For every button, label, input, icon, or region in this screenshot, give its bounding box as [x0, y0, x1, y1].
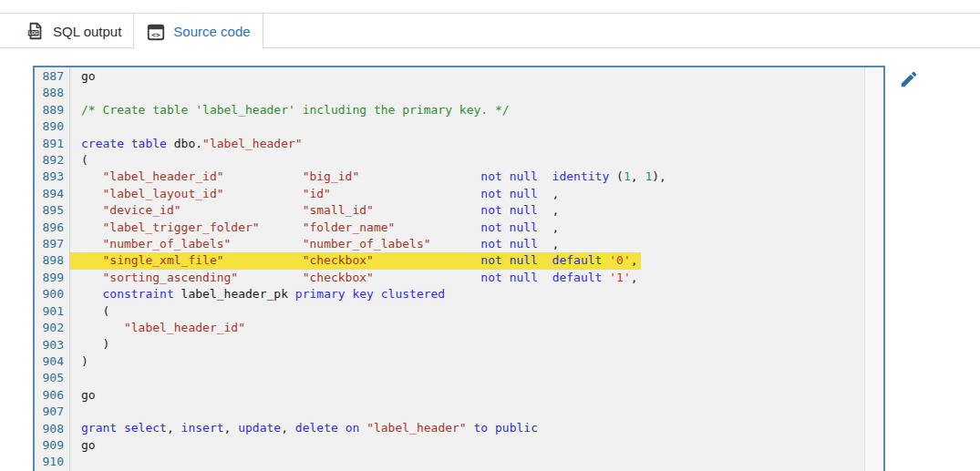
source-code-panel: 8878888898908918928938948958968978988999… [33, 66, 885, 471]
line-number: 903 [35, 337, 69, 353]
code-line [81, 118, 864, 135]
tab-source-code[interactable]: <> Source code [133, 14, 263, 49]
tab-bar: LOG SQL output <> Source code [0, 14, 980, 48]
tab-label-sql-output: SQL output [53, 24, 121, 39]
line-number: 889 [35, 102, 69, 118]
line-number: 898 [35, 252, 69, 269]
line-number: 890 [35, 118, 69, 135]
code-line: go [81, 437, 864, 454]
code-line [81, 370, 864, 386]
line-number: 897 [35, 236, 69, 252]
log-file-icon: LOG [26, 21, 46, 41]
code-line: create table dbo."label_header" [81, 136, 864, 152]
line-number: 896 [35, 220, 69, 236]
line-number: 899 [35, 270, 69, 286]
code-line: "single_xml_file" "checkbox" not null de… [81, 252, 864, 269]
line-number: 909 [35, 437, 69, 454]
code-line: "label_trigger_folder" "folder_name" not… [81, 220, 864, 236]
line-number: 893 [35, 169, 69, 185]
code-window-icon: <> [146, 22, 166, 42]
code-line: ) [81, 336, 864, 353]
tab-label-source-code: Source code [173, 24, 250, 39]
line-number: 888 [35, 85, 69, 101]
code-line: "device_id" "small_id" not null , [81, 202, 864, 219]
line-number: 887 [35, 68, 69, 85]
pencil-icon [899, 69, 919, 89]
line-number: 900 [35, 286, 69, 302]
code-content[interactable]: go/* Create table 'label_header' includi… [70, 67, 864, 471]
line-number: 895 [35, 202, 69, 219]
code-line: /* Create table 'label_header' including… [81, 102, 864, 118]
code-line: ( [81, 303, 864, 320]
line-number-gutter: 8878888898908918928938948958968978988999… [35, 67, 70, 471]
log-badge-text: LOG [29, 31, 39, 36]
code-glyph-text: <> [152, 30, 161, 38]
code-line: "label_header_id" [81, 320, 864, 336]
scrollbar-track[interactable] [864, 67, 883, 471]
line-number: 908 [35, 421, 69, 437]
line-number: 892 [35, 152, 69, 169]
line-number: 910 [35, 454, 69, 470]
line-number: 904 [35, 353, 69, 370]
code-line: "number_of_labels" "number_of_labels" no… [81, 236, 864, 252]
code-line: constraint label_header_pk primary key c… [81, 286, 864, 302]
line-number: 894 [35, 186, 69, 202]
highlighted-code: "single_xml_file" "checkbox" not null de… [81, 252, 641, 269]
sql-client-window: LOG SQL output <> Source code 8878888898… [0, 0, 980, 471]
line-number: 891 [35, 136, 69, 152]
code-line: "sorting_ascending" "checkbox" not null … [81, 270, 864, 286]
code-line: "label_layout_id" "id" not null , [81, 186, 864, 202]
code-line: go [81, 68, 864, 85]
code-line: ( [81, 152, 864, 169]
line-number: 901 [35, 303, 69, 320]
line-number: 902 [35, 320, 69, 336]
code-line: grant select, insert, update, delete on … [81, 420, 864, 436]
code-line [81, 454, 864, 470]
code-line [81, 85, 864, 101]
line-number: 906 [35, 387, 69, 404]
code-line: go [81, 387, 864, 404]
tab-sql-output[interactable]: LOG SQL output [14, 14, 133, 48]
line-number: 905 [35, 370, 69, 386]
edit-button[interactable] [899, 69, 921, 91]
code-line: "label_header_id" "big_id" not null iden… [81, 169, 864, 185]
code-line: ) [81, 353, 864, 370]
code-line [81, 404, 864, 420]
line-number: 907 [35, 404, 69, 420]
